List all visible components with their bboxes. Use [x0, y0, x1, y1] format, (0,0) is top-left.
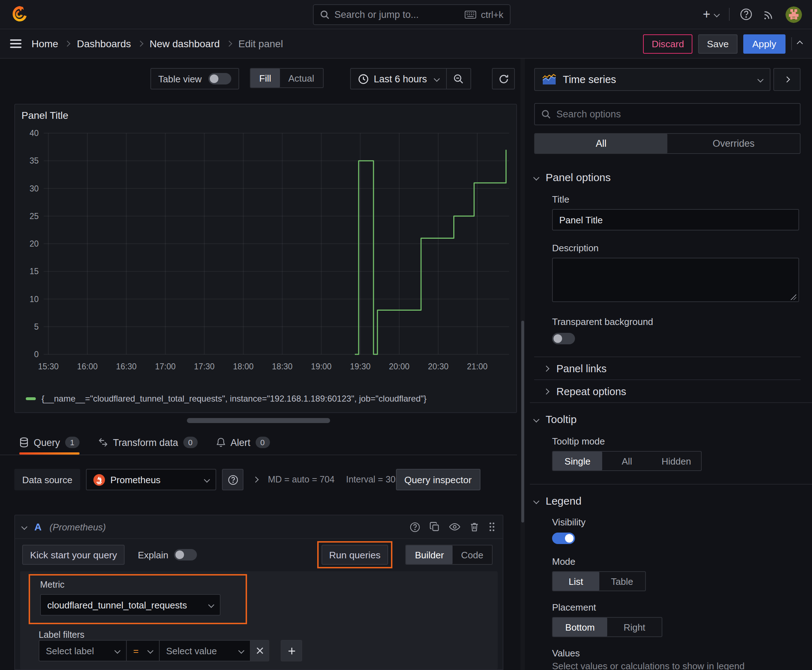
resize-handle[interactable] [187, 418, 330, 423]
main-scrollbar[interactable] [520, 59, 525, 670]
chevron-up-icon[interactable] [797, 41, 803, 47]
resize-grip-icon[interactable] [790, 294, 796, 300]
datasource-name: Prometheus [110, 474, 160, 485]
toggle-visibility-eye-icon[interactable] [449, 523, 460, 531]
apply-button[interactable]: Apply [743, 34, 785, 53]
select-value-placeholder: Select value [166, 645, 217, 656]
collapse-sidebar-button[interactable] [773, 68, 800, 91]
scrollbar-thumb[interactable] [521, 321, 524, 523]
svg-text:18:30: 18:30 [272, 362, 293, 371]
placement-right-option[interactable]: Right [607, 618, 662, 636]
query-inspector-button[interactable]: Query inspector [396, 469, 480, 490]
description-textarea[interactable] [552, 258, 799, 302]
select-value-dropdown[interactable]: Select value [160, 640, 251, 662]
code-option[interactable]: Code [453, 545, 492, 564]
drag-handle-icon[interactable] [488, 522, 495, 532]
remove-filter-button[interactable] [251, 640, 269, 662]
panel-links-label: Panel links [556, 362, 607, 374]
legend-table-option[interactable]: Table [599, 572, 645, 590]
chart-legend[interactable]: {__name__="cloudflared_tunnel_total_requ… [26, 394, 426, 404]
breadcrumb-new-dashboard[interactable]: New dashboard [150, 38, 220, 49]
legend-list-option[interactable]: List [553, 572, 599, 590]
values-hint: Select values or calculations to show in… [552, 661, 800, 670]
tab-all[interactable]: All [535, 134, 667, 153]
fill-option[interactable]: Fill [251, 69, 280, 87]
time-range-picker[interactable]: Last 6 hours [351, 69, 446, 89]
svg-text:16:00: 16:00 [77, 362, 98, 371]
panel-links-section[interactable]: Panel links [534, 357, 800, 379]
tooltip-hidden-option[interactable]: Hidden [652, 452, 701, 470]
svg-text:20:30: 20:30 [428, 362, 449, 371]
tooltip-single-option[interactable]: Single [553, 452, 602, 470]
chevron-down-icon [534, 174, 539, 180]
query-count-badge: 1 [65, 437, 80, 448]
tooltip-title: Tooltip [546, 413, 577, 425]
table-view-group: Table view [150, 68, 239, 90]
breadcrumb: Home Dashboards New dashboard Edit panel [32, 38, 283, 49]
visualization-select[interactable]: Time series [534, 68, 770, 91]
tooltip-mode-segmented: Single All Hidden [552, 451, 702, 471]
breadcrumb-separator-icon [137, 41, 143, 47]
tooltip-header[interactable]: Tooltip [534, 413, 800, 425]
operator-dropdown[interactable]: = [127, 640, 160, 662]
datasource-help-button[interactable] [222, 469, 244, 490]
svg-text:10: 10 [29, 294, 39, 304]
transparent-background-toggle[interactable] [552, 333, 575, 344]
refresh-button[interactable] [492, 68, 515, 90]
hamburger-menu-icon[interactable] [10, 39, 22, 48]
options-search-input[interactable]: Search options [534, 103, 800, 125]
panel-title: Panel Title [22, 110, 68, 121]
panel-options-header[interactable]: Panel options [534, 171, 800, 183]
timeseries-plot[interactable]: 051015202530354015:3016:0016:3017:0017:3… [15, 126, 518, 377]
builder-option[interactable]: Builder [406, 545, 453, 564]
tooltip-all-option[interactable]: All [602, 452, 652, 470]
label-filters-label: Label filters [39, 630, 85, 640]
kick-start-button[interactable]: Kick start your query [22, 545, 125, 565]
discard-button[interactable]: Discard [643, 34, 692, 53]
query-ref-id[interactable]: A [34, 521, 42, 533]
user-avatar[interactable] [785, 6, 802, 22]
legend-header[interactable]: Legend [534, 495, 800, 507]
metric-select[interactable]: cloudflared_tunnel_total_requests [40, 594, 220, 616]
time-range-group: Last 6 hours [350, 68, 471, 90]
zoom-out-button[interactable] [446, 69, 471, 89]
breadcrumb-home[interactable]: Home [32, 38, 58, 49]
chevron-down-icon [239, 648, 244, 654]
query-help-icon[interactable] [410, 521, 420, 532]
select-label-dropdown[interactable]: Select label [39, 640, 127, 662]
collapse-query-icon[interactable] [22, 524, 27, 530]
news-rss-icon[interactable] [763, 8, 775, 21]
delete-query-trash-icon[interactable] [470, 522, 479, 532]
explain-toggle[interactable] [174, 549, 197, 560]
table-view-toggle[interactable] [208, 73, 231, 85]
svg-text:21:00: 21:00 [467, 362, 488, 371]
chevron-down-icon [758, 76, 764, 83]
grafana-logo-icon[interactable] [10, 5, 29, 24]
svg-text:0: 0 [34, 350, 39, 359]
query-card-header: A (Prometheus) [15, 515, 503, 539]
tab-query[interactable]: Query 1 [19, 437, 80, 455]
legend-visibility-toggle[interactable] [552, 533, 575, 544]
chevron-down-icon [209, 602, 214, 608]
actual-option[interactable]: Actual [280, 69, 322, 87]
global-search-input[interactable]: Search or jump to... ctrl+k [313, 4, 510, 25]
add-filter-button[interactable] [281, 640, 302, 662]
tab-alert[interactable]: Alert 0 [216, 437, 270, 455]
new-menu-button[interactable]: + [703, 8, 719, 21]
expand-options-icon[interactable] [253, 477, 259, 483]
main-column: Table view Fill Actual Last 6 hours [0, 59, 517, 670]
repeat-options-section[interactable]: Repeat options [534, 380, 800, 402]
transform-icon [98, 437, 108, 447]
tab-transform-data[interactable]: Transform data 0 [98, 437, 198, 455]
duplicate-query-icon[interactable] [430, 522, 440, 532]
run-queries-button[interactable]: Run queries [321, 545, 388, 565]
breadcrumb-dashboards[interactable]: Dashboards [77, 38, 131, 49]
tab-overrides[interactable]: Overrides [667, 134, 800, 153]
alert-count-badge: 0 [255, 437, 270, 448]
panel-title-input[interactable] [552, 209, 799, 230]
placement-bottom-option[interactable]: Bottom [553, 618, 607, 636]
help-icon[interactable] [740, 8, 753, 21]
save-button[interactable]: Save [698, 34, 737, 53]
description-label: Description [552, 243, 800, 254]
datasource-select[interactable]: Prometheus [86, 469, 216, 490]
